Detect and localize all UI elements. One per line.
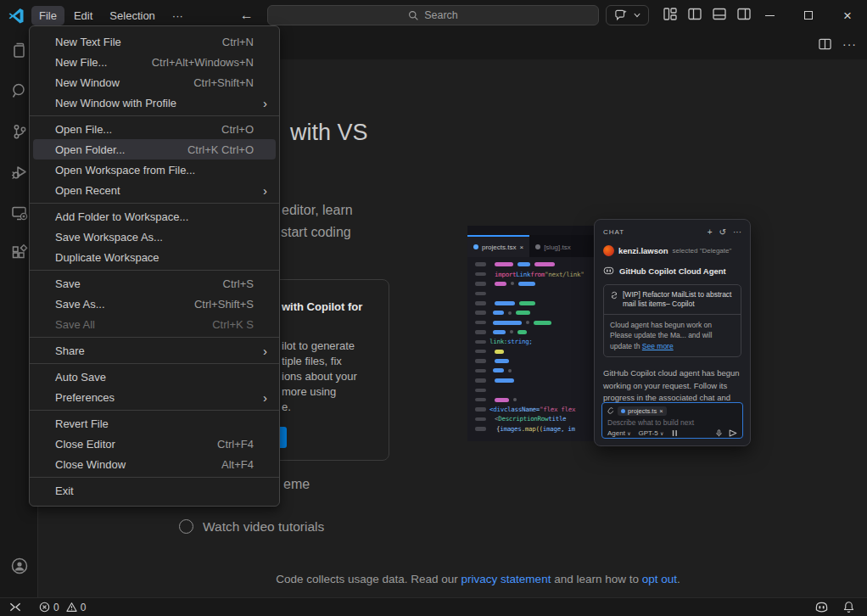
menu-item-save-all: Save AllCtrl+K S <box>33 314 276 334</box>
mock-gutter-pill <box>475 389 486 393</box>
mock-code-row: { images.map((image, im <box>467 424 596 434</box>
menu-item-new-window[interactable]: New WindowCtrl+Shift+N <box>33 72 276 92</box>
checklist-circle-icon[interactable] <box>179 519 193 534</box>
back-arrow-icon[interactable]: ← <box>240 8 254 23</box>
account-icon[interactable] <box>0 549 38 583</box>
error-count: 0 <box>53 602 59 613</box>
command-center-search[interactable]: Search <box>267 5 599 25</box>
minimize-button[interactable] <box>750 0 789 31</box>
copilot-card-body-line: tiple files, fix <box>282 355 342 367</box>
minimize-icon <box>765 15 775 16</box>
editor-actions: ··· <box>818 37 857 51</box>
menubar: FileEditSelection··· <box>31 6 191 25</box>
menu-edit[interactable]: Edit <box>66 6 100 25</box>
copilot-card-body-line: ilot to generate <box>282 339 355 352</box>
menu-item-add-folder-to-workspace[interactable]: Add Folder to Workspace... <box>33 206 276 227</box>
checklist-theme-fragment: eme <box>283 477 310 492</box>
menu-item-new-text-file[interactable]: New Text FileCtrl+N <box>33 31 276 52</box>
menu-more[interactable]: ··· <box>165 6 191 25</box>
copilot-card-body-line: e. <box>282 400 291 413</box>
mock-code-row <box>467 317 596 327</box>
telemetry-text: . <box>677 573 680 585</box>
menu-item-label: Save Workspace As... <box>55 231 254 244</box>
task-card: [WIP] Refactor MailList to abstract mail… <box>603 284 741 357</box>
maximize-button[interactable] <box>789 0 828 31</box>
toggle-panel-icon[interactable] <box>712 7 727 21</box>
mock-gutter-pill <box>475 292 486 296</box>
problems-indicator[interactable]: 0 0 <box>39 602 86 613</box>
remote-indicator[interactable] <box>8 601 22 613</box>
mock-gutter-pill <box>475 321 486 325</box>
mode-picker: Agent ∨ <box>607 429 631 437</box>
menu-item-save-workspace-as[interactable]: Save Workspace As... <box>33 227 276 247</box>
menu-item-label: Save All <box>55 318 187 331</box>
more-actions-icon[interactable]: ··· <box>842 37 857 51</box>
mock-code-row <box>467 299 596 308</box>
menu-item-exit[interactable]: Exit <box>33 480 276 501</box>
context-chip: projects.ts × <box>618 406 667 416</box>
menu-item-revert-file[interactable]: Revert File <box>33 413 276 434</box>
chat-input-toolbar: Agent ∨ GPT-5 ∨ <box>607 429 737 437</box>
mock-gutter-pill <box>475 311 486 315</box>
user-name: kenzi.lawson <box>618 246 668 255</box>
menu-item-close-window[interactable]: Close WindowAlt+F4 <box>33 454 276 474</box>
chat-input-box[interactable]: projects.ts × Describe what to build nex… <box>601 402 743 439</box>
copilot-icon <box>603 266 614 276</box>
mock-tab-label: projects.tsx <box>482 244 516 251</box>
copilot-card-title-fragment: with Copilot for <box>282 300 362 313</box>
mock-code-row <box>467 366 596 375</box>
copilot-status-icon[interactable] <box>814 601 829 613</box>
work-item-icon <box>610 291 618 300</box>
copilot-menu-button[interactable] <box>606 5 649 25</box>
menu-item-open-file[interactable]: Open File...Ctrl+O <box>33 119 276 139</box>
notifications-bell-icon[interactable] <box>842 601 855 613</box>
vscode-window: FileEditSelection··· ← → Search <box>0 0 867 616</box>
mock-code-row: link: string; <box>467 337 596 346</box>
menu-item-label: Exit <box>55 484 254 497</box>
model-picker: GPT-5 ∨ <box>639 429 664 437</box>
copilot-card-body-line: more using <box>282 385 336 398</box>
mock-gutter-pill <box>475 427 486 431</box>
welcome-heading-fragment: with VS <box>290 120 368 146</box>
menu-item-label: Open File... <box>55 123 196 136</box>
menu-item-close-editor[interactable]: Close EditorCtrl+F4 <box>33 434 276 454</box>
copilot-chat-icon <box>614 9 628 21</box>
menu-item-new-file[interactable]: New File...Ctrl+Alt+Windows+N <box>33 52 276 72</box>
menu-item-open-recent[interactable]: Open Recent› <box>33 180 276 200</box>
menu-item-open-folder[interactable]: Open Folder...Ctrl+K Ctrl+O <box>33 139 276 160</box>
welcome-subtitle-line1: editor, learn <box>282 203 353 218</box>
voice-icon <box>715 429 723 437</box>
privacy-statement-link[interactable]: privacy statement <box>461 573 551 585</box>
close-button[interactable]: × <box>828 0 867 31</box>
menu-item-shortcut: Ctrl+Alt+Windows+N <box>152 56 254 69</box>
menu-item-label: Revert File <box>55 417 254 430</box>
menu-item-duplicate-workspace[interactable]: Duplicate Workspace <box>33 247 276 267</box>
menu-item-shortcut: Ctrl+F4 <box>217 438 254 451</box>
menu-group: Open File...Ctrl+OOpen Folder...Ctrl+K C… <box>30 115 279 203</box>
split-editor-icon[interactable] <box>818 37 832 51</box>
see-more-link[interactable]: See more <box>642 342 674 350</box>
menu-item-label: Close Editor <box>55 438 192 451</box>
menu-group: Share› <box>30 337 279 363</box>
menu-item-auto-save[interactable]: Auto Save <box>33 367 276 387</box>
menu-selection[interactable]: Selection <box>102 6 162 25</box>
menu-file[interactable]: File <box>31 6 64 25</box>
warning-count: 0 <box>81 602 87 613</box>
menu-item-share[interactable]: Share› <box>33 340 276 361</box>
menu-item-preferences[interactable]: Preferences› <box>33 387 276 407</box>
menu-item-open-workspace-from-file[interactable]: Open Workspace from File... <box>33 160 276 180</box>
error-icon <box>39 602 50 613</box>
menu-item-save-as[interactable]: Save As...Ctrl+Shift+S <box>33 294 276 314</box>
search-placeholder: Search <box>424 9 458 21</box>
mock-code-row: <DescriptionRow title <box>467 414 596 423</box>
checklist-watch-videos[interactable]: Watch video tutorials <box>203 519 324 535</box>
opt-out-link[interactable]: opt out <box>642 573 677 585</box>
mock-code-row <box>467 279 596 288</box>
mock-tab-active: projects.tsx × <box>467 235 529 257</box>
customize-layout-icon[interactable] <box>663 7 678 21</box>
mock-gutter-pill <box>475 350 486 354</box>
toggle-primary-sidebar-icon[interactable] <box>687 7 702 21</box>
menu-item-new-window-with-profile[interactable]: New Window with Profile› <box>33 92 276 113</box>
menu-item-save[interactable]: SaveCtrl+S <box>33 273 276 294</box>
chevron-down-icon <box>634 13 640 18</box>
